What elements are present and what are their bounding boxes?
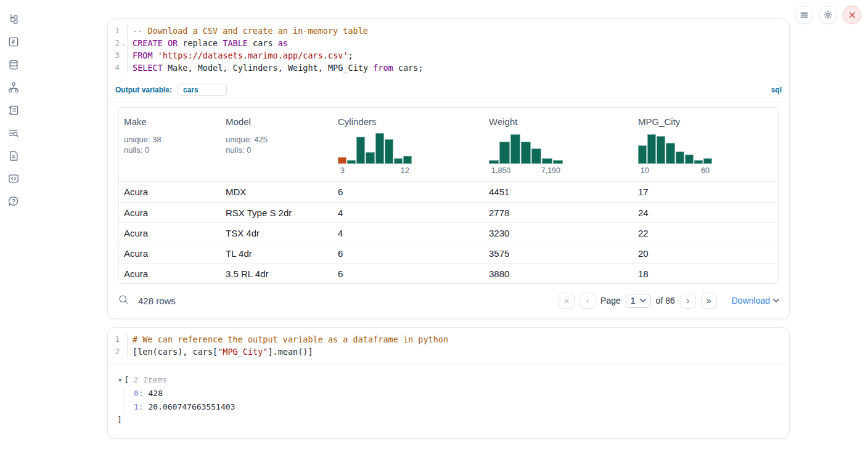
language-badge: sql [771,86,782,94]
table-cell: 2778 [484,208,633,218]
hist-min-tick: 3 [340,166,345,175]
table-cell: 6 [333,269,484,279]
collapse-chevron-icon[interactable]: ▼ [118,373,121,387]
line-number: 2 [108,37,120,49]
histogram-bar [647,134,656,164]
histogram-bar [347,160,356,164]
column-header-model[interactable]: Model unique: 425 nulls: 0 [221,108,333,181]
tree-entry: 1: 20.060747663551403 [134,400,789,414]
histogram-bar [403,156,412,164]
close-icon [848,11,856,19]
page-select[interactable]: 1 [626,294,651,308]
table-cell: 3230 [484,228,633,238]
help-icon[interactable] [6,195,21,208]
histogram-bar [394,158,403,164]
page-total-label: of 86 [656,296,675,305]
notebook: 1-- Download a CSV and create an in-memo… [107,0,790,439]
dependency-graph-icon[interactable] [6,81,21,94]
variables-icon[interactable] [6,35,21,49]
table-cell: Acura [119,228,221,238]
logs-icon[interactable] [6,103,21,117]
settings-button[interactable] [819,6,837,24]
histogram-bar [510,134,520,164]
table-cell: 24 [633,208,778,218]
table-cell: 22 [633,228,778,238]
snippets-icon[interactable] [6,172,21,185]
column-header-make[interactable]: Make unique: 38 nulls: 0 [119,108,221,181]
datasources-icon[interactable] [6,58,21,71]
outline-search-icon[interactable] [6,126,21,140]
hist-max-tick: 7,190 [541,166,560,175]
python-code-editor[interactable]: 1# We can reference the output variable … [108,328,789,365]
menu-icon [800,10,809,20]
table-row: Acura3.5 RL 4dr6388018 [119,263,778,283]
table-cell: MDX [221,187,333,197]
table-cell: TSX 4dr [221,228,333,238]
line-number: 3 [108,49,120,62]
search-icon[interactable] [118,294,129,307]
line-number: 1 [108,25,120,37]
histogram-bar [657,136,665,164]
code-line: # We can reference the output variable a… [127,333,789,346]
last-page-button[interactable]: » [701,293,717,309]
prev-page-button[interactable]: ‹ [579,293,596,309]
download-button[interactable]: Download [732,296,779,305]
output-variable-label: Output variable: [115,86,172,94]
gear-icon [823,10,833,20]
histogram-bar [366,152,374,164]
histogram-bar [385,139,393,164]
histogram-bar [685,155,694,164]
table-cell: 4451 [484,187,633,197]
histogram-bar [499,142,509,164]
sql-code-editor[interactable]: 1-- Download a CSV and create an in-memo… [108,19,789,81]
tree-entry: 0: 428 [134,387,789,400]
items-count: 2 Items [133,373,167,387]
shutdown-button[interactable] [843,6,861,24]
table-header: Make unique: 38 nulls: 0 Model unique: 4… [119,108,778,182]
table-cell: Acura [119,269,221,279]
sql-cell: 1-- Download a CSV and create an in-memo… [107,18,790,319]
file-explorer-icon[interactable] [6,12,21,26]
weight-histogram [489,132,563,164]
fold-gutter [120,62,127,74]
topbar [795,6,861,24]
row-count: 428 rows [138,296,176,306]
histogram-bar [356,137,365,164]
hist-max-tick: 12 [401,166,409,175]
line-number: 1 [108,333,120,346]
column-header-mpg-city[interactable]: MPG_City 10 60 [633,108,778,181]
column-header-cylinders[interactable]: Cylinders 3 12 [333,108,484,181]
table-cell: 6 [333,248,484,259]
table-cell: 3.5 RL 4dr [221,269,333,279]
table-cell: 4 [333,208,484,218]
histogram-bar [521,142,531,164]
column-stat: nulls: 0 [124,145,217,155]
table-row: AcuraRSX Type S 2dr4277824 [119,202,778,222]
table-cell: Acura [119,187,221,197]
table-cell: 4 [333,228,484,238]
column-stat: unique: 425 [226,134,329,145]
chevron-down-icon [640,299,646,302]
code-line: [len(cars), cars["MPG_City"].mean()] [127,346,789,358]
table-cell: TL 4dr [221,248,333,259]
fold-chevron-icon[interactable]: ⌄ [120,37,127,49]
histogram-bar [542,158,552,164]
histogram-bar [531,148,541,164]
output-variable-input[interactable] [178,84,227,96]
table-body: AcuraMDX6445117AcuraRSX Type S 2dr427782… [119,182,778,283]
code-line: SELECT Make, Model, Cylinders, Weight, M… [127,62,789,74]
sidebar [0,0,27,449]
table-cell: 3575 [484,248,633,259]
hist-min-tick: 1,850 [491,166,510,175]
histogram-bar [338,157,346,164]
histogram-bar [638,145,647,164]
table-output: Make unique: 38 nulls: 0 Model unique: 4… [118,107,779,284]
hist-min-tick: 10 [641,166,649,175]
documentation-icon[interactable] [6,149,21,163]
column-header-weight[interactable]: Weight 1,850 7,190 [484,108,633,181]
first-page-button[interactable]: « [559,293,575,309]
output-variable-row: Output variable: sql [108,81,789,99]
menu-button[interactable] [795,6,813,24]
next-page-button[interactable]: › [680,293,696,309]
table-row: AcuraTL 4dr6357520 [119,243,778,263]
